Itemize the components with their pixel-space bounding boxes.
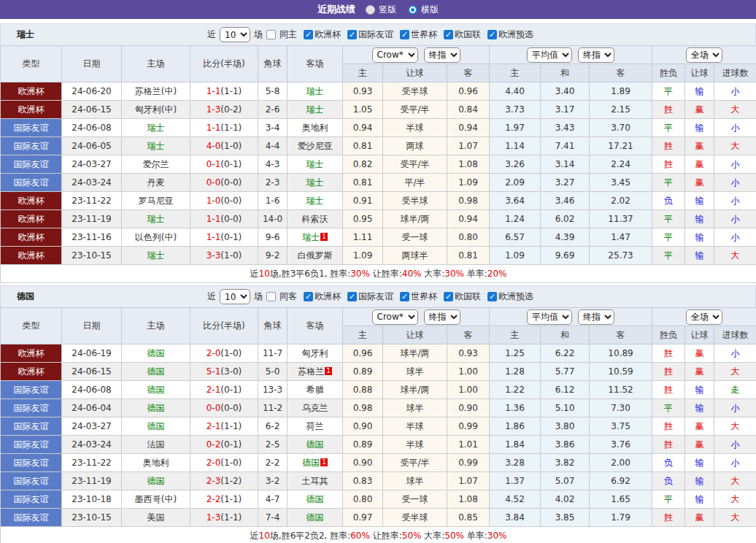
focus-team-name[interactable]: 瑞士 bbox=[302, 232, 320, 242]
checkbox-checked-icon[interactable] bbox=[487, 292, 497, 301]
odds-source-select[interactable]: Crow* bbox=[372, 47, 418, 63]
final-odds-select-2[interactable]: 终指 bbox=[578, 47, 614, 63]
opponent-team-name[interactable]: 荷兰 bbox=[306, 421, 324, 431]
focus-team-name[interactable]: 德国 bbox=[302, 458, 320, 468]
focus-team-name[interactable]: 瑞士 bbox=[306, 159, 324, 169]
col-odds-away: 客 bbox=[447, 64, 490, 82]
opponent-team-name[interactable]: 罗马尼亚 bbox=[139, 196, 174, 206]
final-odds-select-1[interactable]: 终指 bbox=[424, 309, 460, 325]
checkbox-checked-icon[interactable] bbox=[487, 30, 497, 39]
opponent-team-name[interactable]: 匈牙利 bbox=[302, 348, 328, 358]
focus-team-name[interactable]: 德国 bbox=[306, 439, 324, 450]
checkbox-checked-icon[interactable] bbox=[400, 30, 409, 39]
average-select[interactable]: 平均值 bbox=[527, 47, 572, 63]
opponent-team-name[interactable]: 匈牙利(中) bbox=[135, 104, 177, 115]
focus-team-name[interactable]: 瑞士 bbox=[306, 177, 324, 188]
league-filter-euro-cup[interactable]: 欧洲杯 bbox=[304, 290, 341, 303]
opponent-team-name[interactable]: 土耳其 bbox=[302, 476, 328, 486]
opponent-team-name[interactable]: 丹麦 bbox=[147, 177, 165, 188]
league-filter-world-cup[interactable]: 世界杯 bbox=[400, 290, 437, 303]
home-team-cell: 德国 bbox=[122, 472, 190, 490]
avg-home-odds: 3.28 bbox=[490, 454, 541, 472]
league-filter-friendly[interactable]: 国际友谊 bbox=[347, 28, 393, 41]
opponent-team-name[interactable]: 科索沃 bbox=[302, 214, 328, 224]
focus-team-name[interactable]: 德国 bbox=[147, 385, 165, 395]
scope-select[interactable]: 全场 bbox=[686, 47, 722, 63]
focus-team-name[interactable]: 瑞士 bbox=[306, 86, 324, 96]
table-row: 欧洲杯24-06-15匈牙利(中)1-3(0-2)2-6瑞士1.05受平/半0.… bbox=[1, 101, 756, 119]
match-count-select[interactable]: 10 bbox=[220, 289, 250, 304]
opponent-team-name[interactable]: 墨西哥(中) bbox=[135, 494, 177, 504]
league-filter-euro-cup[interactable]: 欧洲杯 bbox=[304, 28, 341, 41]
odds-source-select[interactable]: Crow* bbox=[372, 309, 418, 325]
away-team-cell: 白俄罗斯 bbox=[288, 247, 343, 265]
focus-team-name[interactable]: 德国 bbox=[306, 512, 324, 523]
focus-team-name[interactable]: 瑞士 bbox=[306, 196, 324, 206]
radio-on-icon[interactable] bbox=[408, 5, 417, 15]
opponent-team-name[interactable]: 法国 bbox=[147, 439, 165, 450]
team-section: 瑞士 近 10 场 同主 欧洲杯 国际友谊 世界杯 bbox=[0, 23, 756, 283]
match-count-select[interactable]: 10 bbox=[220, 27, 250, 42]
radio-vertical-layout[interactable]: 竖版 bbox=[366, 4, 396, 16]
home-team-cell: 德国 bbox=[122, 399, 190, 417]
radio-horizontal-layout[interactable]: 横版 bbox=[408, 4, 439, 16]
same-venue-checkbox[interactable] bbox=[266, 30, 276, 39]
average-dropdown-cell: 平均值 终指 bbox=[490, 308, 652, 326]
focus-team-name[interactable]: 瑞士 bbox=[147, 141, 165, 151]
focus-team-name[interactable]: 瑞士 bbox=[147, 123, 165, 133]
checkbox-checked-icon[interactable] bbox=[304, 292, 313, 301]
home-team-cell: 美国 bbox=[122, 509, 190, 527]
opponent-team-name[interactable]: 爱尔兰 bbox=[143, 159, 169, 169]
opponent-team-name[interactable]: 爱沙尼亚 bbox=[298, 141, 333, 151]
same-venue-checkbox[interactable] bbox=[266, 292, 276, 301]
section-header: 瑞士 近 10 场 同主 欧洲杯 国际友谊 世界杯 bbox=[0, 23, 756, 45]
odds-away: 0.80 bbox=[447, 228, 490, 247]
fulltime-score: 4-0 bbox=[207, 141, 221, 151]
focus-team-name[interactable]: 瑞士 bbox=[147, 214, 165, 224]
col-avg-draw: 和 bbox=[541, 326, 590, 344]
league-filter-nations-league[interactable]: 欧国联 bbox=[444, 28, 481, 41]
opponent-team-name[interactable]: 苏格兰 bbox=[298, 366, 324, 377]
opponent-team-name[interactable]: 以色列(中) bbox=[135, 232, 177, 242]
checkbox-checked-icon[interactable] bbox=[347, 292, 357, 301]
focus-team-name[interactable]: 德国 bbox=[306, 494, 324, 504]
league-filter-euro-qualifier[interactable]: 欧洲预选 bbox=[487, 290, 533, 303]
league-filter-nations-league[interactable]: 欧国联 bbox=[444, 290, 481, 303]
checkbox-checked-icon[interactable] bbox=[304, 30, 313, 39]
focus-team-name[interactable]: 德国 bbox=[147, 421, 165, 431]
opponent-team-name[interactable]: 希腊 bbox=[306, 385, 324, 395]
result-cover: 赢 bbox=[685, 436, 714, 454]
focus-team-name[interactable]: 德国 bbox=[147, 366, 165, 377]
opponent-team-name[interactable]: 奥地利 bbox=[143, 458, 169, 468]
focus-team-name[interactable]: 德国 bbox=[147, 348, 165, 358]
league-filter-friendly[interactable]: 国际友谊 bbox=[347, 290, 393, 303]
handicap-line: 平/半 bbox=[383, 174, 447, 192]
checkbox-checked-icon[interactable] bbox=[347, 30, 357, 39]
checkbox-checked-icon[interactable] bbox=[444, 292, 453, 301]
league-filter-world-cup[interactable]: 世界杯 bbox=[400, 28, 437, 41]
league-filter-euro-qualifier[interactable]: 欧洲预选 bbox=[487, 28, 533, 41]
col-type: 类型 bbox=[1, 308, 62, 344]
opponent-team-name[interactable]: 乌克兰 bbox=[302, 403, 328, 413]
focus-team-name[interactable]: 德国 bbox=[147, 476, 165, 486]
checkbox-checked-icon[interactable] bbox=[444, 30, 453, 39]
handicap-line: 受平/半 bbox=[383, 454, 447, 472]
away-team-cell: 瑞士 bbox=[288, 174, 343, 192]
average-select[interactable]: 平均值 bbox=[527, 309, 572, 325]
checkbox-checked-icon[interactable] bbox=[400, 292, 409, 301]
opponent-team-name[interactable]: 白俄罗斯 bbox=[298, 250, 333, 261]
final-odds-select-2[interactable]: 终指 bbox=[578, 309, 614, 325]
opponent-team-name[interactable]: 苏格兰(中) bbox=[135, 86, 177, 96]
opponent-team-name[interactable]: 奥地利 bbox=[302, 123, 328, 133]
corner-count: 2-2 bbox=[258, 454, 288, 472]
result-cover: 赢 bbox=[685, 509, 714, 527]
scope-select[interactable]: 全场 bbox=[686, 309, 722, 325]
final-odds-select-1[interactable]: 终指 bbox=[424, 47, 460, 63]
radio-off-icon[interactable] bbox=[366, 5, 375, 15]
focus-team-name[interactable]: 瑞士 bbox=[306, 104, 324, 115]
result-cover: 输 bbox=[685, 119, 714, 137]
corner-count: 3-4 bbox=[258, 119, 288, 137]
focus-team-name[interactable]: 瑞士 bbox=[147, 250, 165, 261]
opponent-team-name[interactable]: 美国 bbox=[147, 512, 165, 523]
focus-team-name[interactable]: 德国 bbox=[147, 403, 165, 413]
